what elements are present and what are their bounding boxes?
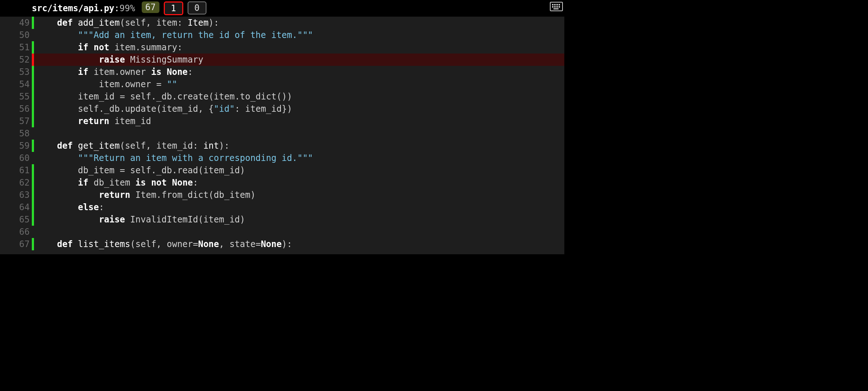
code-line[interactable]: 55 item_id = self._db.create(item.to_dic… bbox=[0, 90, 564, 103]
code-text: def add_item(self, item: Item): bbox=[34, 17, 564, 29]
line-number: 52 bbox=[0, 54, 32, 66]
code-line[interactable]: 56 self._db.update(item_id, {"id": item_… bbox=[0, 103, 564, 115]
line-number: 59 bbox=[0, 140, 32, 152]
line-number: 64 bbox=[0, 201, 32, 213]
line-number: 53 bbox=[0, 66, 32, 78]
code-line[interactable]: 58 bbox=[0, 127, 564, 140]
code-text: raise InvalidItemId(item_id) bbox=[34, 213, 564, 226]
excluded-count-badge[interactable]: 0 bbox=[188, 1, 206, 14]
coverage-header: src/items/api.py : 99% 67 1 0 bbox=[0, 0, 564, 17]
code-text: db_item = self._db.read(item_id) bbox=[34, 164, 564, 177]
code-text: def get_item(self, item_id: int): bbox=[34, 140, 564, 152]
line-number: 63 bbox=[0, 189, 32, 201]
line-number: 61 bbox=[0, 164, 32, 177]
line-number: 62 bbox=[0, 177, 32, 189]
line-number: 67 bbox=[0, 238, 32, 250]
line-number: 55 bbox=[0, 90, 32, 103]
code-line[interactable]: 57 return item_id bbox=[0, 115, 564, 127]
file-path-separator: : bbox=[114, 3, 119, 13]
code-line[interactable]: 53 if item.owner is None: bbox=[0, 66, 564, 78]
code-text bbox=[34, 127, 564, 140]
code-line[interactable]: 63 return Item.from_dict(db_item) bbox=[0, 189, 564, 201]
code-line[interactable]: 50 """Add an item, return the id of the … bbox=[0, 29, 564, 41]
line-number: 57 bbox=[0, 115, 32, 127]
code-line[interactable]: 59 def get_item(self, item_id: int): bbox=[0, 140, 564, 152]
covered-count-badge[interactable]: 67 bbox=[142, 1, 159, 13]
line-number: 51 bbox=[0, 41, 32, 54]
code-line[interactable]: 65 raise InvalidItemId(item_id) bbox=[0, 213, 564, 226]
missing-count-badge[interactable]: 1 bbox=[164, 1, 183, 15]
line-number: 56 bbox=[0, 103, 32, 115]
code-line[interactable]: 66 bbox=[0, 226, 564, 238]
line-number: 65 bbox=[0, 213, 32, 226]
code-line[interactable]: 54 item.owner = "" bbox=[0, 78, 564, 90]
code-text: raise MissingSummary bbox=[34, 54, 300, 66]
code-text bbox=[34, 226, 564, 238]
code-text: if item.owner is None: bbox=[34, 66, 564, 78]
code-text: return Item.from_dict(db_item) bbox=[34, 189, 564, 201]
code-text: def list_items(self, owner=None, state=N… bbox=[34, 238, 564, 250]
code-line[interactable]: 64 else: bbox=[0, 201, 564, 213]
code-line[interactable]: 61 db_item = self._db.read(item_id) bbox=[0, 164, 564, 177]
coverage-badges: 67 1 0 bbox=[142, 1, 206, 15]
code-text: """Add an item, return the id of the ite… bbox=[34, 29, 564, 41]
line-number: 60 bbox=[0, 152, 32, 164]
code-pane[interactable]: 49 def add_item(self, item: Item):50 """… bbox=[0, 17, 564, 254]
keyboard-icon[interactable] bbox=[550, 2, 563, 11]
line-number: 58 bbox=[0, 127, 32, 140]
code-line[interactable]: 62 if db_item is not None: bbox=[0, 177, 564, 189]
code-text: if not item.summary: bbox=[34, 41, 564, 54]
coverage-percent: 99% bbox=[119, 3, 135, 13]
code-text: """Return an item with a corresponding i… bbox=[34, 152, 564, 164]
file-path: src/items/api.py bbox=[32, 3, 114, 13]
code-text: self._db.update(item_id, {"id": item_id}… bbox=[34, 103, 564, 115]
code-text: item.owner = "" bbox=[34, 78, 564, 90]
line-number: 54 bbox=[0, 78, 32, 90]
code-text: return item_id bbox=[34, 115, 564, 127]
code-line[interactable]: 49 def add_item(self, item: Item): bbox=[0, 17, 564, 29]
code-line[interactable]: 52 raise MissingSummary bbox=[0, 54, 564, 66]
code-line[interactable]: 51 if not item.summary: bbox=[0, 41, 564, 54]
line-number: 50 bbox=[0, 29, 32, 41]
line-number: 66 bbox=[0, 226, 32, 238]
line-number: 49 bbox=[0, 17, 32, 29]
code-text: item_id = self._db.create(item.to_dict()… bbox=[34, 90, 564, 103]
code-line[interactable]: 67 def list_items(self, owner=None, stat… bbox=[0, 238, 564, 250]
code-line[interactable]: 60 """Return an item with a correspondin… bbox=[0, 152, 564, 164]
code-text: else: bbox=[34, 201, 564, 213]
code-text: if db_item is not None: bbox=[34, 177, 564, 189]
